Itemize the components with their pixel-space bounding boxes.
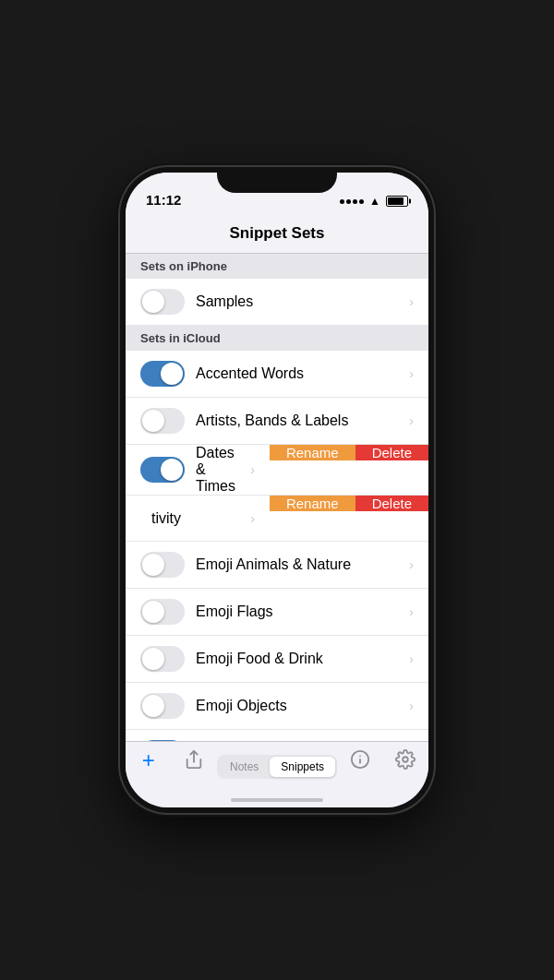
- toggle-artists-bands[interactable]: [140, 408, 185, 434]
- segment-snippets[interactable]: Snippets: [270, 757, 335, 777]
- chevron-icon: ›: [409, 651, 414, 666]
- list-item-emoji-animals[interactable]: Emoji Animals & Nature ›: [126, 542, 428, 589]
- list-item-dates-times[interactable]: Dates & Times › Rename Delete: [126, 445, 428, 496]
- chevron-icon: ›: [409, 366, 414, 381]
- gear-icon: [395, 749, 416, 770]
- info-icon: [350, 749, 370, 770]
- plus-icon: +: [142, 749, 155, 771]
- emoji-food-label: Emoji Food & Drink: [196, 651, 402, 667]
- segment-notes[interactable]: Notes: [219, 757, 270, 777]
- segment-control: Notes Snippets: [217, 755, 337, 779]
- section-header-icloud: Sets in iCloud: [126, 326, 428, 351]
- chevron-icon: ›: [409, 699, 414, 713]
- chevron-icon: ›: [409, 294, 414, 309]
- accented-words-label: Accented Words: [196, 365, 402, 382]
- list-item-artists-bands[interactable]: Artists, Bands & Labels ›: [126, 398, 428, 445]
- swipe-actions-activity: Rename Delete: [270, 496, 428, 511]
- list-item-emoji-objects[interactable]: Emoji Objects ›: [126, 683, 428, 730]
- share-icon: [184, 749, 204, 770]
- content-area: Sets on iPhone Samples › Sets in iCloud: [126, 254, 428, 741]
- toggle-emoji-food[interactable]: [140, 646, 185, 672]
- emoji-flags-label: Emoji Flags: [196, 604, 402, 620]
- tab-bar: + Notes Snippets: [126, 741, 428, 807]
- phone-frame: 11:12 ▲ Snippet Sets Sets on iPhone: [120, 167, 434, 813]
- tab-share[interactable]: [171, 749, 216, 770]
- home-indicator: [231, 798, 323, 802]
- status-time: 11:12: [146, 192, 181, 208]
- list-item-activity[interactable]: tivity › Rename Delete: [126, 496, 428, 542]
- list-item-emoji-flags[interactable]: Emoji Flags ›: [126, 589, 428, 636]
- battery-icon: [386, 196, 408, 207]
- swipe-actions: Rename Delete: [270, 445, 428, 460]
- tab-notes-snippets[interactable]: Notes Snippets: [217, 749, 337, 779]
- nav-title: Snippet Sets: [230, 224, 325, 243]
- toggle-samples[interactable]: [140, 289, 185, 315]
- section-header-iphone: Sets on iPhone: [126, 254, 428, 279]
- svg-point-4: [403, 757, 409, 762]
- toggle-dates-times[interactable]: [140, 457, 185, 483]
- signal-icon: [340, 199, 364, 204]
- delete-button[interactable]: Delete: [355, 445, 428, 460]
- rename-button-activity[interactable]: Rename: [270, 496, 355, 511]
- chevron-icon: ›: [409, 413, 414, 428]
- toggle-emoji-flags[interactable]: [140, 599, 185, 625]
- list-item-emoji-food[interactable]: Emoji Food & Drink ›: [126, 636, 428, 683]
- chevron-icon: ›: [250, 511, 255, 526]
- tab-settings[interactable]: [383, 749, 428, 770]
- delete-button-activity[interactable]: Delete: [355, 496, 428, 511]
- emoji-animals-label: Emoji Animals & Nature: [196, 556, 402, 573]
- toggle-emoji-animals[interactable]: [140, 552, 185, 578]
- chevron-icon: ›: [409, 604, 414, 619]
- status-icons: ▲: [340, 195, 408, 208]
- toggle-emoji-objects[interactable]: [140, 693, 185, 719]
- nav-bar: Snippet Sets: [126, 213, 428, 254]
- notch: [217, 167, 337, 193]
- rename-button[interactable]: Rename: [270, 445, 355, 460]
- wifi-icon: ▲: [369, 195, 380, 208]
- samples-label: Samples: [196, 293, 402, 310]
- toggle-accented-words[interactable]: [140, 361, 185, 387]
- artists-bands-label: Artists, Bands & Labels: [196, 412, 402, 429]
- list-item-accented-words[interactable]: Accented Words ›: [126, 351, 428, 398]
- chevron-icon: ›: [250, 462, 255, 477]
- chevron-icon: ›: [409, 557, 414, 572]
- screen: 11:12 ▲ Snippet Sets Sets on iPhone: [126, 173, 428, 807]
- activity-partial-label: tivity: [151, 510, 243, 527]
- dates-times-label: Dates & Times: [196, 445, 243, 495]
- tab-info[interactable]: [337, 749, 382, 770]
- tab-add[interactable]: +: [126, 749, 171, 771]
- list-item-samples[interactable]: Samples ›: [126, 279, 428, 326]
- list-item-emoji-reactions[interactable]: Emoji Reactions ›: [126, 730, 428, 741]
- emoji-objects-label: Emoji Objects: [196, 698, 402, 714]
